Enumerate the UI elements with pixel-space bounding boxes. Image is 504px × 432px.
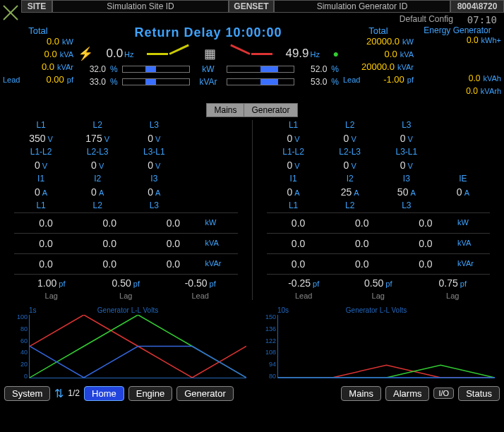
genset-label: GENSET — [229, 0, 274, 13]
mains-readings: L1L2L3350V175V0VL1-L2L2-L3L3-L10V0V0VI1I… — [14, 120, 238, 300]
tab-mains[interactable]: Mains — [206, 103, 244, 117]
tab-generator[interactable]: Generator — [244, 103, 297, 117]
bus-icon: ▦ — [204, 46, 216, 61]
engine-button[interactable]: Engine — [128, 386, 172, 401]
alarms-button[interactable]: Alarms — [385, 386, 429, 401]
gen-freq: 49.9 — [285, 47, 308, 61]
site-label: SITE — [21, 0, 52, 13]
grid-icon: ⚡ — [78, 46, 93, 61]
config-label: Default Config — [400, 14, 453, 24]
energy-col: Energy Generator 0.0kWh+ 0.0kVAh 0.0kVAr… — [414, 25, 501, 99]
mains-button[interactable]: Mains — [341, 386, 381, 401]
totals-right: Total 20000.0kW 0.0kVA 20000.0kVAr Lead-… — [343, 25, 414, 99]
totals-left: Total 0.0kW 0.0kVA 0.0kVAr Lead0.00pf — [3, 25, 73, 99]
generator-readings: L1L2L30V0V0VL1-L2L2-L3L3-L10V0V0VI1I2I3I… — [267, 120, 491, 300]
generator-button[interactable]: Generator — [176, 386, 234, 401]
generator-icon: ● — [332, 48, 338, 59]
status-button[interactable]: Status — [458, 386, 500, 401]
site-value: Simulation Site ID — [52, 0, 229, 13]
page-arrow-icon[interactable]: ⇅ — [54, 387, 64, 400]
page-indicator: 1/2 — [68, 388, 80, 398]
energy-header: Energy Generator — [414, 25, 501, 35]
total-header: Total — [343, 25, 414, 36]
bottom-nav: System ⇅ 1/2 Home Engine Generator Mains… — [0, 383, 504, 403]
home-button[interactable]: Home — [84, 386, 124, 401]
main-icon — [0, 0, 21, 25]
subtitle-row: Default Config 07:10 — [21, 13, 504, 25]
topbar: SITE Simulation Site ID GENSET Simulatio… — [21, 0, 504, 13]
kw-bar: 32.0% kW 52.0% — [73, 64, 343, 74]
clock: 07:10 — [467, 14, 497, 24]
chart-right: 10s Generator L-L Volts 1501361221089480 — [256, 306, 497, 380]
mains-freq: 0.0 — [106, 47, 123, 61]
total-header: Total — [3, 25, 73, 36]
system-button[interactable]: System — [4, 386, 50, 401]
device-code: 8004\8720 — [450, 0, 504, 13]
gen-breaker — [229, 53, 272, 55]
kvar-bar: 33.0% kVAr 53.0% — [73, 77, 343, 87]
genset-value: Simulation Generator ID — [274, 0, 450, 13]
center-block: Return Delay 10:00:00 ⚡ 0.0Hz ▦ 49.9Hz ●… — [73, 25, 343, 99]
return-delay: Return Delay 10:00:00 — [134, 25, 282, 40]
io-button[interactable]: I/O — [433, 388, 454, 399]
chart-left: 1s Generator L-L Volts 100806040200 — [7, 306, 248, 380]
mains-breaker — [147, 53, 191, 55]
